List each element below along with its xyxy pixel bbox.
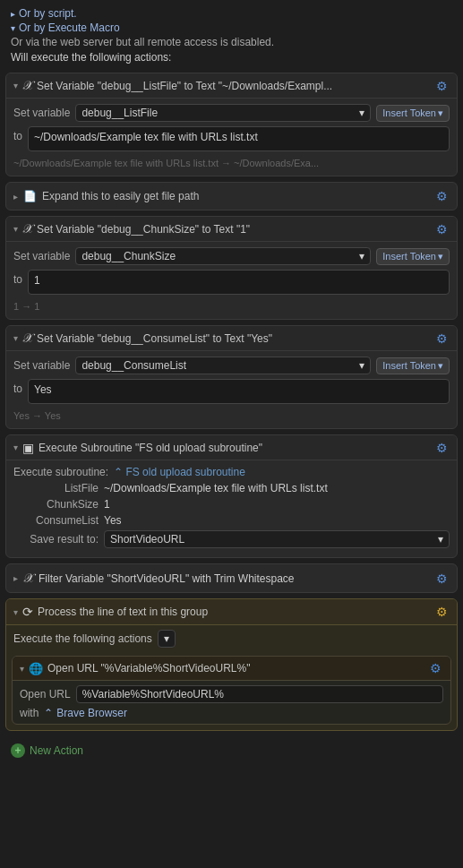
- will-execute-text: Will execute the following actions:: [11, 51, 452, 64]
- card-execute-subroutine: ▾ ▣ Execute Subroutine "FS old upload su…: [5, 434, 458, 558]
- card4-consumelist-row: ConsumeList Yes: [13, 514, 450, 527]
- inner-header-left: ▾ 🌐 Open URL "%Variable%ShortVideoURL%": [20, 662, 250, 675]
- card1-body: Set variable debug__ListFile ▾ Insert To…: [6, 99, 457, 176]
- expand-card[interactable]: ▸ 📄 Expand this to easily get file path …: [5, 182, 458, 211]
- inner-gear-button[interactable]: ⚙: [428, 661, 443, 675]
- inner-title: Open URL "%Variable%ShortVideoURL%": [47, 662, 250, 675]
- card3-result: Yes → Yes: [13, 408, 450, 423]
- card4-chevron[interactable]: ▾: [13, 443, 18, 452]
- by-macro-arrow: ▾: [11, 23, 15, 33]
- inner-card-header: ▾ 🌐 Open URL "%Variable%ShortVideoURL%" …: [13, 657, 450, 681]
- card1-variable-select[interactable]: debug__ListFile ▾: [75, 104, 371, 122]
- card-set-consumelist: ▾ 𝒳 Set Variable "debug__ConsumeList" to…: [5, 325, 458, 429]
- card3-gear-button[interactable]: ⚙: [434, 331, 450, 346]
- card6-chevron[interactable]: ▾: [13, 607, 18, 617]
- card4-consumelist-value: Yes: [104, 514, 122, 527]
- by-macro-link[interactable]: ▾ Or by Execute Macro: [11, 21, 452, 34]
- card4-body: Execute subroutine: ⌃ FS old upload subr…: [6, 460, 457, 557]
- card2-header-left: ▾ 𝒳 Set Variable "debug__ChunkSize" to T…: [13, 221, 434, 236]
- card3-select-arrow: ▾: [359, 359, 364, 372]
- card-set-chunksize: ▾ 𝒳 Set Variable "debug__ChunkSize" to T…: [5, 216, 458, 320]
- by-script-link[interactable]: ▸ Or by script.: [11, 7, 452, 20]
- card2-to-label: to: [13, 270, 22, 286]
- card4-saveresult-select[interactable]: ShortVideoURL ▾: [104, 530, 450, 548]
- card2-insert-token-button[interactable]: Insert Token ▾: [376, 248, 450, 265]
- expand-card-left: ▸ 📄 Expand this to easily get file path: [13, 190, 199, 202]
- card1-x-icon: 𝒳: [22, 78, 32, 93]
- card1-field-label: Set variable: [13, 107, 70, 119]
- card2-to-row: to 1: [13, 270, 450, 295]
- card2-x-icon: 𝒳: [22, 221, 32, 236]
- card4-listfile-label: ListFile: [13, 482, 99, 494]
- card4-saveresult-label: Save result to:: [13, 533, 99, 546]
- card6-execute-dropdown[interactable]: ▾: [158, 630, 176, 648]
- by-macro-text: Or by Execute Macro: [19, 21, 120, 34]
- card6-header: ▾ ⟳ Process the line of text in this gro…: [6, 599, 457, 625]
- open-url-label: Open URL: [20, 688, 71, 700]
- card5-title: Filter Variable "ShortVideoURL" with Tri…: [39, 572, 295, 585]
- by-script-text: Or by script.: [19, 7, 77, 20]
- card-process-group: ▾ ⟳ Process the line of text in this gro…: [5, 598, 458, 731]
- card1-result: ~/Downloads/Example tex file with URLs l…: [13, 156, 450, 170]
- card3-x-icon: 𝒳: [22, 331, 32, 346]
- card-set-listfile: ▾ 𝒳 Set Variable "debug__ListFile" to Te…: [5, 73, 458, 176]
- card6-execute-row: Execute the following actions ▾: [6, 625, 457, 652]
- card1-variable-name: debug__ListFile: [81, 107, 158, 119]
- card6-gear-button[interactable]: ⚙: [434, 605, 450, 619]
- card2-variable-name: debug__ChunkSize: [81, 250, 176, 262]
- card6-execute-dropdown-arrow: ▾: [164, 632, 169, 645]
- card3-variable-name: debug__ConsumeList: [81, 359, 186, 372]
- inner-globe-icon: 🌐: [29, 662, 43, 675]
- card4-saveresult-arrow: ▾: [438, 533, 443, 546]
- expand-text: Expand this to easily get file path: [42, 190, 199, 202]
- url-value[interactable]: %Variable%ShortVideoURL%: [76, 685, 443, 703]
- with-row: with ⌃ Brave Browser: [20, 707, 443, 719]
- card3-field-label: Set variable: [13, 359, 70, 372]
- card3-header-left: ▾ 𝒳 Set Variable "debug__ConsumeList" to…: [13, 331, 434, 346]
- card5-chevron: ▸: [13, 573, 18, 583]
- browser-value: ⌃ Brave Browser: [44, 707, 127, 719]
- card2-select-arrow: ▾: [359, 250, 364, 262]
- card4-ctrl-icon: ⌃: [114, 466, 123, 478]
- new-action-button[interactable]: + New Action: [11, 743, 83, 758]
- card4-saveresult-value: ShortVideoURL: [110, 533, 184, 546]
- card4-header-left: ▾ ▣ Execute Subroutine "FS old upload su…: [13, 441, 434, 455]
- card6-title: Process the line of text in this group: [38, 606, 208, 618]
- card1-to-label: to: [13, 126, 22, 142]
- inner-chevron[interactable]: ▾: [20, 664, 24, 674]
- card4-subroutine-name: ⌃ FS old upload subroutine: [114, 466, 245, 478]
- card2-variable-select[interactable]: debug__ChunkSize ▾: [75, 247, 371, 265]
- open-url-row: Open URL %Variable%ShortVideoURL%: [20, 685, 443, 703]
- inner-body: Open URL %Variable%ShortVideoURL% with ⌃…: [13, 681, 450, 724]
- by-script-arrow: ▸: [11, 9, 15, 19]
- card6-process-icon: ⟳: [22, 605, 33, 619]
- card1-insert-token-button[interactable]: Insert Token ▾: [376, 105, 450, 122]
- card2-chevron[interactable]: ▾: [13, 224, 18, 234]
- card5-gear-button[interactable]: ⚙: [434, 572, 450, 586]
- card4-subroutine-name-text: FS old upload subroutine: [125, 466, 244, 478]
- card3-chevron[interactable]: ▾: [13, 333, 18, 343]
- card-filter-variable[interactable]: ▸ 𝒳 Filter Variable "ShortVideoURL" with…: [5, 563, 458, 593]
- card2-result: 1 → 1: [13, 299, 450, 314]
- web-server-text: Or via the web server but all remote acc…: [11, 36, 452, 48]
- card1-chevron[interactable]: ▾: [13, 81, 18, 90]
- card3-to-row: to Yes: [13, 379, 450, 404]
- card6-execute-label: Execute the following actions: [13, 632, 152, 645]
- card3-variable-select[interactable]: debug__ConsumeList ▾: [75, 357, 371, 374]
- card3-to-value[interactable]: Yes: [28, 379, 450, 404]
- card1-select-arrow: ▾: [359, 107, 364, 119]
- card1-gear-button[interactable]: ⚙: [434, 79, 450, 93]
- card3-insert-token-button[interactable]: Insert Token ▾: [376, 357, 450, 374]
- card4-saveresult-row: Save result to: ShortVideoURL ▾: [13, 530, 450, 548]
- card4-gear-button[interactable]: ⚙: [434, 441, 450, 455]
- plus-icon: +: [11, 743, 25, 758]
- expand-gear-button[interactable]: ⚙: [434, 189, 450, 203]
- card3-field-row: Set variable debug__ConsumeList ▾ Insert…: [13, 357, 450, 374]
- card1-to-value[interactable]: ~/Downloads/Example tex file with URLs l…: [28, 126, 450, 151]
- card1-insert-token-arrow: ▾: [438, 107, 443, 119]
- card2-to-value[interactable]: 1: [28, 270, 450, 295]
- card-set-listfile-header: ▾ 𝒳 Set Variable "debug__ListFile" to Te…: [6, 73, 457, 99]
- card4-sub-icon: ▣: [22, 441, 34, 455]
- card3-title: Set Variable "debug__ConsumeList" to Tex…: [37, 332, 272, 345]
- card2-gear-button[interactable]: ⚙: [434, 222, 450, 236]
